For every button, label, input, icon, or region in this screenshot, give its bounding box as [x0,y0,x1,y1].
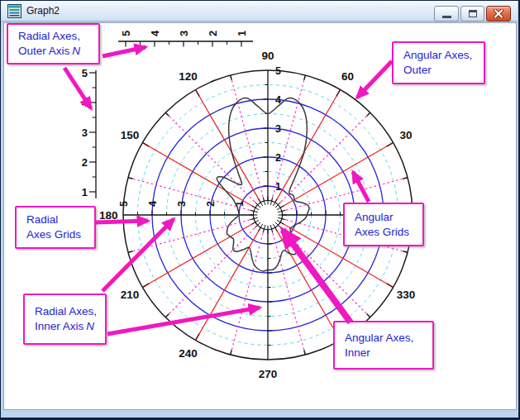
callout-radial-axes-outer[interactable]: Radial Axes, Outer AxisN [7,23,100,64]
callout-text-italic: N [72,45,80,57]
callout-text: Axes Grids [26,228,81,241]
callout-radial-axes-grids[interactable]: Radial Axes Grids [15,206,96,249]
maximize-button[interactable] [460,6,484,21]
callout-text: Radial [26,213,58,226]
callout-text: Inner Axis [35,320,83,332]
window-title: Graph2 [26,5,60,17]
callout-text: Angular [355,211,394,223]
callout-text: Radial Axes, [35,305,97,317]
minimize-icon [442,16,451,18]
callout-text: Outer [403,64,432,76]
callout-angular-axes-grids[interactable]: Angular Axes Grids [343,203,424,246]
maximize-icon [469,10,477,17]
titlebar[interactable]: Graph2 [1,1,518,21]
close-button[interactable] [486,6,511,21]
graph-window: Graph2 306090120150180210240270330123451… [0,0,520,420]
callout-angular-axes-inner[interactable]: Angular Axes, Inner [333,321,434,370]
callout-angular-axes-outer[interactable]: Angular Axes, Outer [392,41,485,84]
minimize-button[interactable] [434,6,459,21]
close-icon [494,9,503,18]
callout-text: Inner [345,346,370,359]
callout-text: Radial Axes, [18,30,80,42]
callout-text: Outer Axis [18,45,69,57]
callout-radial-axes-inner[interactable]: Radial Axes, Inner AxisN [23,294,107,345]
callout-text-italic: N [86,320,94,332]
callout-text: Angular Axes, [345,332,413,344]
graph-window-icon[interactable] [7,4,21,18]
callout-text: Axes Grids [355,226,409,238]
callout-text: Angular Axes, [403,49,472,61]
